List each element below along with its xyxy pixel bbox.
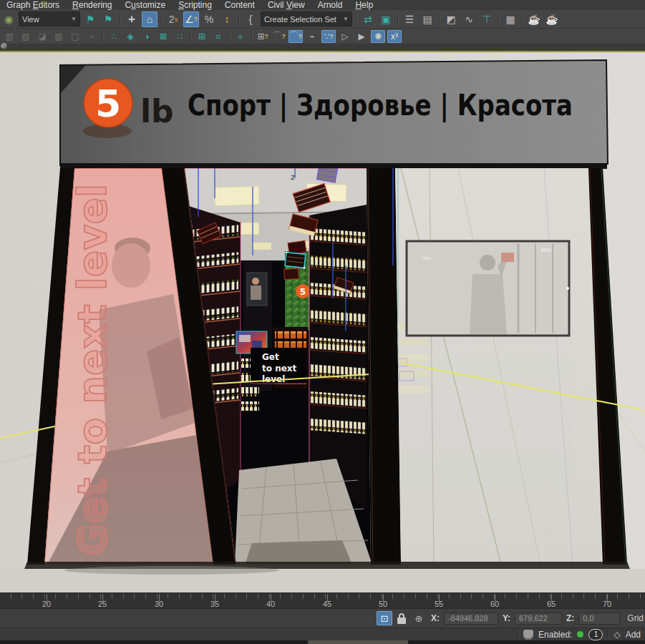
viewport-scene: 5 lb Спорт | Здоровье | Красота Get to n… bbox=[0, 51, 645, 592]
dim-tool-icon-1[interactable]: ▥ bbox=[2, 30, 16, 43]
x-coord-label: X: bbox=[431, 613, 440, 623]
timeline-label: 55 bbox=[435, 600, 443, 608]
reference-coordinate-system-dropdown[interactable]: View▼ bbox=[19, 11, 80, 26]
x3-toggle-icon[interactable]: x³ bbox=[387, 30, 402, 43]
render-setup-icon[interactable]: ▦ bbox=[503, 11, 518, 27]
render-iterative-icon[interactable]: ☕ bbox=[544, 11, 560, 27]
x-coord-field[interactable]: -84946,828 bbox=[444, 613, 498, 625]
dots-pair-icon[interactable]: ⠶ bbox=[211, 30, 225, 43]
wall-tv[interactable] bbox=[407, 241, 569, 336]
hook-question-icon[interactable]: ⌒? bbox=[272, 30, 286, 43]
named-selection-set-dropdown[interactable]: Create Selection Set▼ bbox=[261, 11, 352, 26]
notification-count-badge[interactable]: 1 bbox=[588, 629, 603, 640]
grid-question-icon[interactable]: ⊞? bbox=[256, 30, 270, 43]
timeline-label: 35 bbox=[210, 600, 219, 608]
render-production-icon[interactable]: ☕ bbox=[526, 11, 542, 27]
percent-snap-icon[interactable]: % bbox=[201, 11, 217, 27]
main-toolbar: ◉ View▼ ⚑ ⚑ + ⌂ 2s ∠? % ↕ { Create Selec… bbox=[0, 10, 645, 29]
curve-editor-icon[interactable]: ∿ bbox=[461, 11, 477, 27]
circle-array-icon[interactable]: ⟡ bbox=[233, 30, 248, 43]
snap-flake-toggle-icon[interactable]: ❋ bbox=[371, 30, 385, 43]
dim-tool-icon-4[interactable]: ▧ bbox=[52, 30, 66, 43]
timeline-label: 60 bbox=[490, 600, 499, 608]
dim-tool-icon-5[interactable]: ▢ bbox=[68, 30, 82, 43]
timeline-label: 65 bbox=[547, 600, 556, 608]
grid-align-icon[interactable]: ⊞ bbox=[195, 30, 209, 43]
menu-customize[interactable]: Customize bbox=[118, 0, 172, 10]
menu-graph-editors[interactable]: Graph Editors bbox=[0, 0, 66, 10]
menu-rendering[interactable]: Rendering bbox=[66, 0, 118, 10]
entrance-mat bbox=[245, 540, 352, 565]
right-door-jamb[interactable] bbox=[367, 168, 401, 565]
viewport-active-border bbox=[0, 51, 645, 52]
z-axis-label: z bbox=[291, 172, 295, 182]
snaps-toggle-button[interactable]: 2s bbox=[165, 11, 181, 27]
promo-line-2: to next bbox=[262, 364, 297, 374]
y-coord-field[interactable]: 679,622 bbox=[515, 613, 562, 625]
edit-named-selection-sets-icon[interactable]: { bbox=[243, 11, 258, 27]
snap-dots-icon[interactable]: ∷ bbox=[173, 30, 187, 43]
layer-manager-icon[interactable]: ☰ bbox=[402, 11, 417, 27]
snap-box-icon[interactable]: ⊠ bbox=[156, 30, 170, 43]
storefront-sign[interactable]: 5 lb Спорт | Здоровье | Красота bbox=[60, 60, 608, 165]
snap-pivot-icon[interactable]: ◈ bbox=[123, 30, 137, 43]
use-selection-center-icon[interactable]: ⚑ bbox=[82, 11, 98, 27]
snap-dots-toggle-icon[interactable]: ∵? bbox=[321, 30, 336, 43]
add-button[interactable]: Add bbox=[626, 630, 641, 640]
bow-tool-icon-2[interactable]: ▶ bbox=[354, 30, 369, 43]
menu-content[interactable]: Content bbox=[218, 0, 261, 10]
chevron-down-icon: ▼ bbox=[343, 16, 349, 22]
dim-tool-icon-3[interactable]: ◪ bbox=[35, 30, 49, 43]
menu-scripting[interactable]: Scripting bbox=[172, 0, 218, 10]
perspective-viewport[interactable]: 5 lb Спорт | Здоровье | Красота Get to n… bbox=[0, 51, 645, 592]
select-and-place-icon[interactable]: ⌂ bbox=[142, 11, 157, 27]
timeline-label: 40 bbox=[266, 600, 275, 608]
angle-snap-toggle-icon[interactable]: ∠? bbox=[183, 11, 199, 27]
shield-icon[interactable] bbox=[523, 630, 533, 640]
menu-civil-view[interactable]: Civil View bbox=[261, 0, 311, 10]
timeline-label: 25 bbox=[98, 600, 107, 608]
y-coord-label: Y: bbox=[503, 613, 510, 623]
cube-icon: ◇ bbox=[614, 630, 620, 640]
timeline-label: 30 bbox=[155, 600, 163, 608]
timeline-ruler[interactable]: 20 25 30 35 40 45 50 55 60 65 70 bbox=[0, 592, 645, 609]
menu-help[interactable]: Help bbox=[349, 0, 379, 10]
brand-logo-text: 5 bbox=[95, 82, 121, 125]
schematic-view-icon[interactable]: ⊤ bbox=[479, 11, 495, 27]
snap-points-icon[interactable]: ∴ bbox=[107, 30, 121, 43]
selected-spotlight[interactable] bbox=[284, 251, 307, 269]
cut-off-toolbar-icon[interactable] bbox=[1, 43, 7, 49]
scene-explorer-icon[interactable]: ▤ bbox=[420, 11, 435, 27]
status-bar: ⊡ ⊕ X: -84946,828 Y: 679,622 Z: 0,0 Grid bbox=[0, 608, 645, 628]
right-glass-panel[interactable] bbox=[395, 168, 603, 565]
align-icon[interactable]: ▣ bbox=[378, 11, 394, 27]
spinner-snap-icon[interactable]: ↕ bbox=[219, 11, 235, 27]
sign-title: Спорт | Здоровье | Красота bbox=[188, 89, 573, 123]
timeline-label: 45 bbox=[323, 600, 331, 608]
snap-paint-icon[interactable]: ◑ bbox=[140, 30, 154, 43]
moss-logo-text: 5 bbox=[300, 287, 306, 297]
select-and-move-icon[interactable]: + bbox=[124, 11, 140, 27]
taskbar-tab bbox=[308, 640, 408, 644]
timeline-label: 70 bbox=[603, 600, 611, 608]
status-green-dot bbox=[577, 631, 583, 638]
material-editor-icon[interactable]: ◩ bbox=[443, 11, 459, 27]
select-and-manipulate-icon[interactable]: ⚑ bbox=[100, 11, 116, 27]
taskbar-edge bbox=[0, 640, 645, 644]
mini-athlete-poster bbox=[247, 273, 267, 306]
timeline-label: 50 bbox=[379, 600, 387, 608]
select-and-link-icon[interactable]: ◉ bbox=[1, 11, 16, 27]
mirror-icon[interactable]: ⇄ bbox=[360, 11, 376, 27]
z-coord-field[interactable]: 0,0 bbox=[578, 613, 620, 625]
dim-tool-icon-2[interactable]: ▨ bbox=[19, 30, 33, 43]
snap-hook-toggle-icon[interactable]: ⌒? bbox=[288, 30, 303, 43]
enabled-label: Enabled: bbox=[538, 630, 572, 640]
isolate-selection-toggle[interactable]: ⊡ bbox=[377, 611, 392, 625]
menu-arnold[interactable]: Arnold bbox=[311, 0, 349, 10]
bow-tool-icon-1[interactable]: ▷ bbox=[338, 30, 352, 43]
dim-tool-icon-6[interactable]: ≈ bbox=[84, 30, 99, 43]
selection-lock-icon[interactable] bbox=[397, 613, 407, 624]
absolute-mode-transform-icon[interactable]: ⊕ bbox=[411, 611, 427, 625]
poster-vertical-text: Get to next level bbox=[69, 184, 115, 556]
dash-tool-icon[interactable]: ⌁ bbox=[305, 30, 319, 43]
